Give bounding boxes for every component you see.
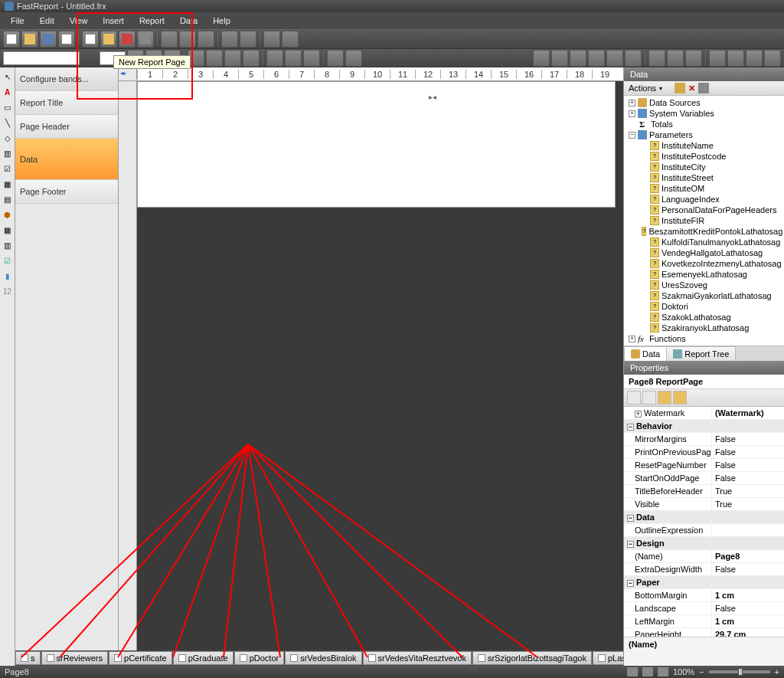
align-tops-button[interactable]	[588, 50, 605, 67]
align-rights-button[interactable]	[570, 50, 586, 67]
tree-node[interactable]: +System Variables	[626, 108, 782, 119]
menu-edit[interactable]: Edit	[32, 14, 62, 28]
tab-data[interactable]: Data	[624, 346, 667, 361]
zoom-slider[interactable]	[709, 670, 770, 673]
tree-node[interactable]: ?PersonalDataForPageHeaders	[626, 205, 782, 215]
tree-node[interactable]: ?InstituteOM	[626, 183, 782, 194]
tree-node[interactable]: ?InstitutePostcode	[626, 151, 782, 162]
property-row[interactable]: BottomMargin1 cm	[624, 589, 784, 602]
tree-node[interactable]: ?SzakokLathatosag	[626, 312, 782, 323]
tree-node[interactable]: ?LanguageIndex	[626, 194, 782, 205]
cut-button[interactable]	[161, 31, 178, 47]
property-row[interactable]: −Behavior	[624, 420, 784, 433]
horizontal-ruler[interactable]: 12345678910111213141516171819	[137, 67, 623, 81]
new-button[interactable]	[3, 31, 20, 47]
status-icon-3[interactable]	[658, 667, 668, 676]
tree-node[interactable]: ?KulfoldiTanulmanyokLathatosag	[626, 237, 782, 247]
property-row[interactable]: −Design	[624, 537, 784, 550]
align-center-button[interactable]	[206, 50, 223, 67]
open-button[interactable]	[21, 31, 38, 47]
page-tab[interactable]: s	[15, 651, 41, 665]
tree-node[interactable]: ?InstituteName	[626, 140, 782, 151]
menu-insert[interactable]: Insert	[95, 14, 132, 28]
tree-node[interactable]: ?VendegHallgatoLathatosag	[626, 247, 782, 258]
page-tab[interactable]: pGraduate	[173, 651, 234, 665]
categorized-button[interactable]	[627, 391, 641, 405]
tab-report-tree[interactable]: Report Tree	[666, 346, 736, 361]
design-canvas[interactable]: ◂▸ 12345678910111213141516171819 ▸◂	[119, 67, 623, 666]
group-button[interactable]	[263, 31, 280, 47]
space-v-button[interactable]	[727, 50, 744, 67]
property-row[interactable]: PrintOnPreviousPageFalse	[624, 446, 784, 459]
pointer-tool[interactable]: ↖	[1, 70, 15, 84]
zoom-thumb[interactable]	[738, 668, 743, 676]
paste-button[interactable]	[198, 31, 214, 47]
line-tool[interactable]: ╲	[1, 116, 15, 129]
barcode-tool[interactable]: ▥	[1, 146, 15, 160]
tree-node[interactable]: +fxFunctions	[626, 333, 782, 344]
tree-node[interactable]: ?InstituteStreet	[626, 172, 782, 183]
page-tab[interactable]: srVedesVitaResztvevok	[363, 651, 472, 665]
configure-bands[interactable]: Configure bands...	[15, 67, 118, 91]
menu-help[interactable]: Help	[205, 14, 238, 28]
zoom-out-button[interactable]: −	[699, 667, 704, 676]
font-family-select[interactable]	[3, 51, 80, 65]
number-tool[interactable]: 12	[1, 284, 15, 298]
vertical-ruler[interactable]	[119, 81, 137, 666]
matrix-tool[interactable]: ▤	[1, 192, 15, 206]
property-row[interactable]: −Paper	[624, 576, 784, 589]
property-row[interactable]: ResetPageNumberFalse	[624, 459, 784, 472]
data-tree[interactable]: +Data Sources+System VariablesΣTotals−Pa…	[624, 96, 784, 346]
fill-color-button[interactable]	[345, 50, 362, 67]
new-dialog-button[interactable]	[100, 31, 117, 47]
report-page[interactable]: ▸◂	[137, 81, 616, 208]
align-right-button[interactable]	[224, 50, 241, 67]
valign-middle-button[interactable]	[285, 50, 302, 67]
new-page-button[interactable]	[82, 31, 99, 47]
events-button[interactable]	[673, 391, 687, 405]
preview-button[interactable]	[58, 31, 75, 47]
space-h-button[interactable]	[709, 50, 726, 67]
tree-node[interactable]: ?BeszamitottKreditPontokLathatosag	[626, 226, 782, 237]
tree-node[interactable]: ?SzakmaiGyakorlatLathatosag	[626, 290, 782, 301]
band-report-title[interactable]: Report Title	[15, 91, 118, 115]
properties-grid[interactable]: +Watermark(Watermark)−BehaviorMirrorMarg…	[624, 407, 784, 637]
same-size-button[interactable]	[685, 50, 702, 67]
property-row[interactable]: (Name)Page8	[624, 550, 784, 563]
check-tool[interactable]: ☑	[1, 254, 15, 267]
zip-tool[interactable]: ▦	[1, 223, 15, 237]
align-centers-button[interactable]	[551, 50, 568, 67]
property-row[interactable]: OutlineExpression	[624, 524, 784, 537]
tree-node[interactable]: ?InstituteFIR	[626, 215, 782, 226]
add-datasource-icon[interactable]	[675, 83, 685, 93]
same-width-button[interactable]	[648, 50, 665, 67]
property-row[interactable]: ExtraDesignWidthFalse	[624, 563, 784, 576]
align-lefts-button[interactable]	[533, 50, 550, 67]
text-tool[interactable]: A	[1, 85, 15, 99]
property-row[interactable]: VisibleTrue	[624, 498, 784, 511]
delete-icon[interactable]: ✕	[688, 84, 695, 93]
property-row[interactable]: LeftMargin1 cm	[624, 615, 784, 628]
tree-node[interactable]: +Data Sources	[626, 97, 782, 108]
menu-view[interactable]: View	[62, 14, 96, 28]
menu-file[interactable]: File	[3, 14, 32, 28]
page-tab[interactable]: srVedesBiralok	[285, 651, 361, 665]
tree-node[interactable]: ?SzakiranyokLathatosag	[626, 323, 782, 333]
align-justify-button[interactable]	[243, 50, 260, 67]
page-tab[interactable]: pLast	[593, 651, 623, 665]
refresh-icon[interactable]	[698, 83, 709, 93]
status-icon-1[interactable]	[627, 667, 638, 676]
shape-tool[interactable]: ◇	[1, 131, 15, 145]
property-row[interactable]: StartOnOddPageFalse	[624, 472, 784, 485]
band-data[interactable]: Data	[15, 139, 118, 180]
menu-data[interactable]: Data	[172, 14, 205, 28]
tree-node[interactable]: −Parameters	[626, 129, 782, 140]
tree-node[interactable]: ?UresSzoveg	[626, 280, 782, 290]
tree-node[interactable]: ?Doktori	[626, 301, 782, 312]
actions-menu[interactable]: Actions	[629, 84, 656, 93]
delete-page-button[interactable]	[119, 31, 136, 47]
properties-object[interactable]: Page8 ReportPage	[624, 375, 784, 389]
page-tab[interactable]: srSzigorlatBizottsagiTagok	[472, 651, 592, 665]
band-page-header[interactable]: Page Header	[15, 115, 118, 139]
align-middles-button[interactable]	[606, 50, 623, 67]
